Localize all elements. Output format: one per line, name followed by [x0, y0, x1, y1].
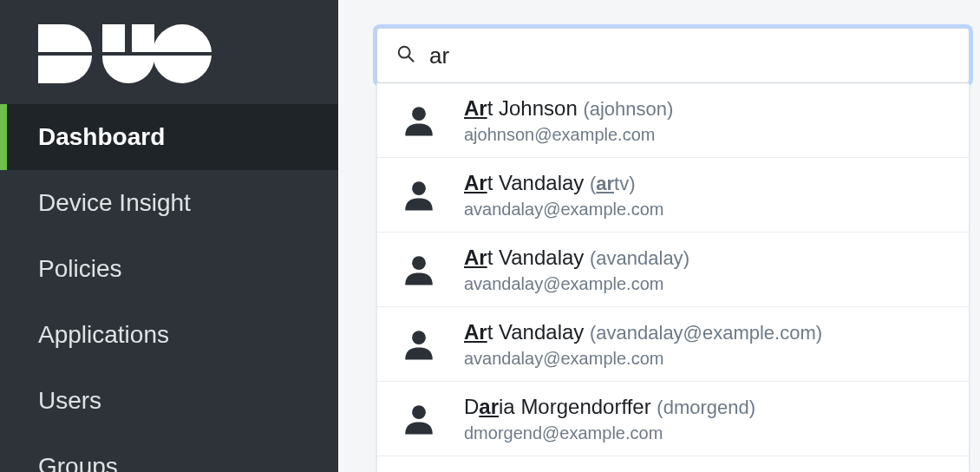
- result-alias: (ajohnson): [583, 98, 673, 120]
- result-email: avandalay@example.com: [464, 274, 951, 294]
- sidebar-item-label: Groups: [38, 453, 118, 472]
- name-post: t Vandalay: [487, 171, 585, 194]
- result-name-line: Daria Morgendorffer (dmorgend): [464, 394, 951, 420]
- sidebar-item-label: Applications: [38, 321, 169, 348]
- result-text: Art Vandalay (avandalay) avandalay@examp…: [443, 245, 951, 294]
- svg-point-6: [412, 256, 426, 270]
- svg-rect-0: [102, 24, 125, 52]
- sidebar-item-label: Dashboard: [38, 123, 165, 150]
- name-highlight: Ar: [464, 171, 487, 194]
- result-name-line: Art Vandalay (artv): [464, 170, 951, 196]
- sidebar-item-groups[interactable]: Groups: [0, 434, 338, 472]
- sidebar-item-label: Device Insight: [38, 189, 191, 216]
- search-results-dropdown: Art Johnson (ajohnson) ajohnson@example.…: [376, 83, 970, 472]
- alias-post: ajohnson: [590, 98, 667, 120]
- alias-post: avandalay: [596, 247, 683, 269]
- sidebar-item-label: Users: [38, 387, 101, 414]
- search-input[interactable]: [429, 43, 950, 69]
- result-alias: (avandalay@example.com): [590, 322, 822, 344]
- search-icon: [396, 44, 415, 67]
- search-result[interactable]: Art Vandalay (artv) avandalay@example.co…: [377, 158, 969, 233]
- svg-line-3: [408, 56, 414, 62]
- svg-point-2: [399, 47, 410, 58]
- name-pre: D: [464, 395, 479, 418]
- avatar-icon: [395, 326, 443, 363]
- duo-logo-icon: [38, 24, 212, 83]
- name-post: ia Morgendorffer: [499, 395, 651, 418]
- sidebar: Dashboard Device Insight Policies Applic…: [0, 0, 338, 472]
- result-name-line: Art Vandalay (avandalay@example.com): [464, 319, 951, 345]
- avatar-icon: [395, 102, 443, 139]
- name-post: t Vandalay: [487, 246, 585, 269]
- view-more-users-link[interactable]: View more users →: [377, 456, 969, 472]
- svg-point-5: [412, 181, 426, 195]
- result-name-line: Art Johnson (ajohnson): [464, 95, 951, 121]
- name-highlight: ar: [479, 395, 499, 418]
- svg-point-7: [412, 331, 426, 344]
- alias-post: tv: [614, 173, 629, 194]
- alias-highlight: ar: [596, 173, 614, 194]
- alias-post: avandalay@example.com: [596, 322, 815, 344]
- result-text: Art Vandalay (avandalay@example.com) ava…: [443, 319, 951, 369]
- search-result[interactable]: Art Johnson (ajohnson) ajohnson@example.…: [377, 83, 969, 158]
- result-text: Daria Morgendorffer (dmorgend) dmorgend@…: [443, 394, 951, 443]
- svg-point-4: [412, 107, 426, 121]
- result-text: Art Vandalay (artv) avandalay@example.co…: [443, 170, 951, 220]
- sidebar-item-device-insight[interactable]: Device Insight: [0, 170, 338, 236]
- result-email: avandalay@example.com: [464, 349, 951, 369]
- svg-point-8: [412, 405, 426, 419]
- sidebar-item-policies[interactable]: Policies: [0, 236, 338, 302]
- main-content: Art Johnson (ajohnson) ajohnson@example.…: [338, 0, 980, 472]
- name-highlight: Ar: [464, 246, 487, 269]
- sidebar-item-dashboard[interactable]: Dashboard: [0, 104, 338, 170]
- result-email: dmorgend@example.com: [464, 423, 951, 443]
- arrow-right-icon: →: [927, 469, 948, 472]
- result-name-line: Art Vandalay (avandalay): [464, 245, 951, 271]
- svg-rect-1: [132, 24, 154, 52]
- search-result[interactable]: Art Vandalay (avandalay) avandalay@examp…: [377, 233, 969, 307]
- search-result[interactable]: Art Vandalay (avandalay@example.com) ava…: [377, 307, 969, 382]
- name-highlight: Ar: [464, 96, 487, 120]
- avatar-icon: [395, 177, 443, 213]
- view-more-label: View more users: [761, 469, 916, 472]
- name-post: t Johnson: [487, 96, 578, 120]
- result-alias: (artv): [590, 173, 636, 194]
- brand-logo: [0, 0, 338, 104]
- name-post: t Vandalay: [487, 320, 585, 344]
- name-highlight: Ar: [464, 320, 487, 344]
- search-combobox: Art Johnson (ajohnson) ajohnson@example.…: [376, 28, 970, 83]
- result-alias: (dmorgend): [657, 397, 755, 418]
- sidebar-item-label: Policies: [38, 255, 121, 282]
- avatar-icon: [395, 252, 443, 288]
- search-box[interactable]: [376, 28, 970, 83]
- sidebar-item-applications[interactable]: Applications: [0, 302, 338, 368]
- result-email: avandalay@example.com: [464, 200, 951, 220]
- alias-post: dmorgend: [663, 397, 749, 418]
- result-alias: (avandalay): [590, 247, 689, 269]
- search-result[interactable]: Daria Morgendorffer (dmorgend) dmorgend@…: [377, 382, 969, 456]
- sidebar-item-users[interactable]: Users: [0, 368, 338, 434]
- result-text: Art Johnson (ajohnson) ajohnson@example.…: [443, 95, 951, 145]
- result-email: ajohnson@example.com: [464, 125, 951, 145]
- avatar-icon: [395, 401, 443, 437]
